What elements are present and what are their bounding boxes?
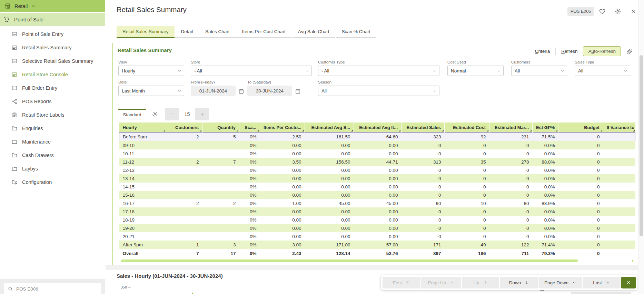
table-row-18-19[interactable]: 18-190%0.000.000.000000.0%0 bbox=[119, 216, 635, 224]
cell: 2 bbox=[166, 158, 202, 166]
tab-scan-chart[interactable]: Scan % Chart bbox=[336, 26, 376, 38]
table-row-20-21[interactable]: 20-210%0.000.000.000000.0%0 bbox=[119, 232, 635, 241]
sidebar-item-enquiries[interactable]: Enquiries bbox=[0, 121, 105, 135]
paperclip-icon[interactable] bbox=[626, 48, 633, 55]
sidebar-menu-retail[interactable]: Retail bbox=[0, 0, 105, 12]
rows-decrease-button[interactable]: − bbox=[165, 108, 179, 120]
date-select[interactable]: Last Month bbox=[118, 86, 184, 96]
tab-items-per-cust-chart[interactable]: Items Per Cust Chart bbox=[236, 26, 291, 38]
chart-y-axis-line bbox=[131, 287, 131, 294]
cell: 128.14 bbox=[305, 249, 354, 258]
favorite-button[interactable] bbox=[598, 8, 606, 16]
vertical-scrollbar-thumb[interactable] bbox=[640, 55, 643, 236]
to-date-input[interactable]: 30-JUN-2024 bbox=[247, 86, 292, 96]
cell: 0 bbox=[402, 183, 445, 191]
sidebar-search-input[interactable]: POS E006 bbox=[4, 283, 101, 294]
column-header-customers[interactable]: Customers bbox=[166, 122, 202, 133]
table-row-16-17[interactable]: 16-17220%1.0045.0045.0090108088.9%0 bbox=[119, 199, 635, 207]
from-date-input[interactable]: 01-JUN-2024 bbox=[191, 86, 236, 96]
cell: 12-13 bbox=[119, 166, 166, 174]
sidebar-item-point-of-sale-entry[interactable]: Point of Sale Entry bbox=[0, 27, 105, 41]
sidebar-item-maintenance[interactable]: Maintenance bbox=[0, 135, 105, 148]
auto-refresh-button[interactable]: Auto-Refresh bbox=[583, 46, 621, 56]
table-row-after-9pm[interactable]: After 9pm130%3.00171.0057.001714912271.4… bbox=[119, 241, 635, 249]
column-header-variance-to[interactable]: $ Variance to bbox=[603, 122, 635, 133]
table-row-19-20[interactable]: 19-200%0.000.000.000000.0%0 bbox=[119, 224, 635, 232]
criteria-button[interactable]: Criteria bbox=[535, 49, 550, 54]
first-button[interactable]: First bbox=[383, 277, 420, 288]
sidebar-item-laybys[interactable]: Laybys bbox=[0, 162, 105, 175]
table-row-09-10[interactable]: 09-100%0.000.000.000000.0%0 bbox=[119, 141, 635, 150]
column-header-sca[interactable]: Sca... bbox=[239, 122, 260, 133]
calendar-icon[interactable] bbox=[295, 88, 301, 94]
sidebar-item-retail-store-console[interactable]: Retail Store Console bbox=[0, 68, 105, 81]
column-header-est-gp[interactable]: Est GP% bbox=[533, 122, 558, 133]
customers-select[interactable]: All bbox=[511, 66, 567, 76]
table-row-10-11[interactable]: 10-110%0.000.000.000000.0%0 bbox=[119, 149, 635, 158]
cell: 0.00 bbox=[260, 216, 305, 224]
down-button[interactable]: Down bbox=[500, 277, 538, 288]
close-window-button[interactable] bbox=[630, 8, 637, 16]
refresh-button[interactable]: Refresh bbox=[561, 49, 577, 54]
page-up-button[interactable]: Page Up bbox=[421, 277, 461, 288]
sidebar-section-point-of-sale[interactable]: Point of Sale bbox=[0, 13, 105, 26]
cost-used-select[interactable]: Normal bbox=[447, 66, 504, 76]
cell: 0 bbox=[445, 191, 489, 199]
view-style-tab-standard[interactable]: Standard bbox=[118, 109, 146, 119]
close-icon bbox=[630, 8, 636, 14]
sidebar-item-cash-drawers[interactable]: Cash Drawers bbox=[0, 148, 105, 162]
tab-detail[interactable]: Detail bbox=[175, 26, 199, 38]
up-button[interactable]: Up bbox=[462, 277, 499, 288]
column-header-estimated-avg-it[interactable]: Estimated Avg It... bbox=[354, 122, 402, 133]
sidebar-item-selective-retail-sales-summary[interactable]: Selective Retail Sales Summary bbox=[0, 54, 105, 68]
column-header-estimated-sales[interactable]: Estimated Sales bbox=[402, 122, 445, 133]
column-header-budget[interactable]: Budget bbox=[558, 122, 603, 133]
cell: 0 bbox=[445, 216, 489, 224]
column-header-estimated-cost[interactable]: Estimated Cost bbox=[445, 122, 489, 133]
sidebar-item-full-order-entry[interactable]: Full Order Entry bbox=[0, 81, 105, 95]
column-header-estimated-avg-s[interactable]: Estimated Avg S... bbox=[305, 122, 354, 133]
page-down-button[interactable]: Page Down bbox=[539, 277, 582, 288]
cell: 0 bbox=[445, 207, 489, 216]
rows-increase-button[interactable]: + bbox=[195, 108, 209, 120]
table-row-11-12[interactable]: 11-12270%3.50156.5044.713133527888.8%0 bbox=[119, 158, 635, 166]
cell bbox=[166, 141, 202, 150]
view-select[interactable]: Hourly bbox=[118, 66, 184, 76]
cell: 0 bbox=[402, 166, 445, 174]
tab-avg-sale-chart[interactable]: Avg Sale Chart bbox=[292, 26, 335, 38]
chart-y-tick-mark bbox=[128, 287, 131, 287]
tab-sales-chart[interactable]: Sales Chart bbox=[199, 26, 236, 38]
table-row-13-14[interactable]: 13-140%0.000.000.000000.0%0 bbox=[119, 174, 635, 183]
table-row-17-18[interactable]: 17-180%0.000.000.000000.0%0 bbox=[119, 207, 635, 216]
close-button[interactable] bbox=[621, 277, 636, 288]
column-header-estimated-mar[interactable]: Estimated Mar... bbox=[489, 122, 533, 133]
chevron-down-icon bbox=[305, 69, 309, 73]
table-row-15-16[interactable]: 15-160%0.000.000.000000.0%0 bbox=[119, 191, 635, 199]
tab-retail-sales-summary[interactable]: Retail Sales Summary bbox=[117, 26, 175, 38]
cell: 0 bbox=[558, 249, 603, 258]
table-row-14-15[interactable]: 14-150%0.000.000.000000.0%0 bbox=[119, 183, 635, 191]
cell bbox=[603, 141, 635, 150]
sidebar-item-retail-store-labels[interactable]: Retail Store Labels bbox=[0, 108, 105, 121]
settings-button[interactable] bbox=[614, 8, 622, 16]
filter-customer-type: Customer Type - All bbox=[318, 60, 439, 76]
horizontal-scrollbar-thumb[interactable] bbox=[121, 259, 578, 262]
scroll-right-arrow-icon[interactable] bbox=[632, 260, 634, 262]
season-select[interactable]: All bbox=[318, 86, 439, 96]
store-select[interactable]: - All bbox=[191, 66, 312, 76]
sidebar-item-retail-sales-summary[interactable]: Retail Sales Summary bbox=[0, 41, 105, 54]
sales-type-select[interactable]: All bbox=[575, 66, 630, 76]
grid-settings-gear-icon[interactable] bbox=[152, 111, 158, 117]
table-row-before-9am[interactable]: Before 9am250%2.50161.5064.603239223171.… bbox=[119, 133, 635, 141]
column-header-hourly[interactable]: Hourly bbox=[119, 122, 166, 133]
customer-type-select[interactable]: - All bbox=[318, 66, 439, 76]
table-row-overall[interactable]: Overall7170%2.43128.1452.7689718671179.3… bbox=[119, 249, 635, 258]
table-row-12-13[interactable]: 12-130%0.000.000.000000.0%0 bbox=[119, 166, 635, 174]
calendar-icon[interactable] bbox=[238, 88, 244, 94]
arrow-up-icon bbox=[483, 280, 488, 285]
column-header-items-per-custo[interactable]: Items Per Custo... bbox=[260, 122, 305, 133]
column-header-quantity[interactable]: Quantity bbox=[202, 122, 239, 133]
sidebar-item-configuration[interactable]: Configuration bbox=[0, 175, 105, 189]
sidebar-item-pos-reports[interactable]: POS Reports bbox=[0, 95, 105, 108]
last-button[interactable]: Last bbox=[583, 277, 621, 288]
